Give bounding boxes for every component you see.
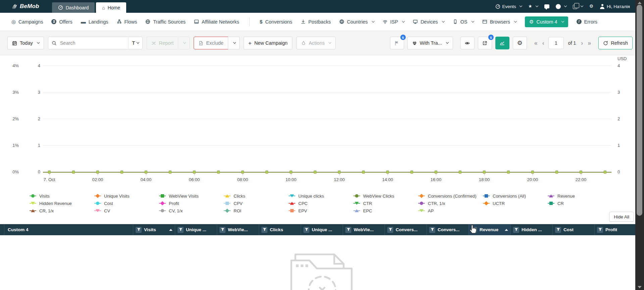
table-column-header-convers[interactable]: Convers... [385,224,427,235]
actions-button[interactable]: Actions [296,37,336,49]
table-column-header-unique[interactable]: Unique ... [175,224,217,235]
legend-item[interactable]: Unique Visits [94,194,159,199]
legend-item[interactable]: UCTR [483,201,548,206]
report-button[interactable]: Report [147,37,179,49]
nav-item-isp[interactable]: ISP [383,19,404,25]
filter-funnel-icon[interactable] [345,227,351,233]
legend-item[interactable]: CTR [353,201,418,206]
legend-item[interactable]: Conversions (All) [483,194,548,199]
search-type-selector[interactable]: T [128,37,142,49]
table-column-header-webvie[interactable]: WebVie... [217,224,259,235]
flag-filter-button[interactable]: $ [390,37,404,49]
window-tab-dashboard[interactable]: Dashboard [52,2,95,13]
legend-item[interactable]: Profit [159,201,224,206]
window-tab-home[interactable]: ⌂Home [96,2,126,13]
report-dropdown-button[interactable] [178,37,190,49]
topbar-user-button[interactable]: Hi, Наталія [600,4,630,9]
legend-item[interactable]: ROI [224,208,289,213]
chart-toggle-button[interactable] [495,37,509,49]
table-column-header-hidden[interactable]: Hidden ... [511,224,553,235]
topbar-help-button[interactable] [556,4,566,9]
filter-funnel-icon[interactable] [178,227,184,233]
nav-item-devices[interactable]: Devices [413,19,444,25]
page-number-input[interactable] [548,37,564,49]
legend-item[interactable]: CV [94,208,159,213]
nav-item-conversions[interactable]: $Conversions [260,19,292,25]
table-column-header-unique[interactable]: Unique ... [301,224,343,235]
filter-funnel-icon[interactable] [513,227,519,233]
table-column-header-profit[interactable]: Profit [595,224,637,235]
filter-funnel-icon[interactable] [261,227,267,233]
topbar-settings-button[interactable]: ⚙ [589,4,593,9]
legend-item[interactable]: Hidden Revenue [30,201,94,206]
next-page-button[interactable]: › [580,40,584,46]
legend-item[interactable]: CR, 1/x [30,208,94,213]
refresh-button[interactable]: Refresh [598,37,633,49]
legend-item[interactable]: CV, 1/x [159,208,224,213]
filter-funnel-icon[interactable] [136,227,142,233]
topbar-favorites-button[interactable]: ★ [528,4,538,9]
legend-item[interactable]: WebView Clicks [353,194,418,199]
topbar-events-button[interactable]: Events [495,4,522,9]
filter-funnel-icon[interactable] [303,227,309,233]
scrollbar-thumb[interactable] [637,5,642,216]
nav-item-campaigns[interactable]: ◎Campaigns [11,19,43,25]
legend-item[interactable]: EPV [289,208,353,213]
filter-funnel-icon[interactable] [471,227,477,233]
legend-item[interactable]: CR [548,201,612,206]
legend-item[interactable]: Clicks [224,194,289,199]
filter-funnel-icon[interactable] [597,227,603,233]
legend-item[interactable]: Cost [94,201,159,206]
nav-item-countries[interactable]: Countries [339,19,374,25]
table-column-header-convers[interactable]: Convers... [427,224,469,235]
table-group-column-header[interactable]: Custom 4 [4,224,133,235]
legend-item[interactable]: CTR, 1/x [418,201,483,206]
legend-item[interactable]: Conversions (Confirmed) [418,194,483,199]
legend-item[interactable]: Revenue [548,194,612,199]
legend-item[interactable]: Unique clicks [289,194,353,199]
column-settings-button[interactable]: ⚙ [513,37,527,49]
nav-item-traffic-sources[interactable]: Traffic Sources [145,19,186,25]
filter-funnel-icon[interactable] [387,227,393,233]
share-button[interactable]: $ [478,37,492,49]
prev-page-button[interactable]: ‹ [542,40,545,46]
table-column-header-webvie[interactable]: WebVie... [343,224,385,235]
scrollbar-up-arrow[interactable] [638,2,642,4]
topbar-chat-button[interactable] [544,4,549,8]
legend-item[interactable]: EPC [353,208,418,213]
nav-item-browsers[interactable]: Browsers [482,19,516,25]
nav-item-affiliate-networks[interactable]: Affiliate Networks [194,19,239,25]
topbar-library-button[interactable] [573,4,583,9]
last-page-button[interactable]: » [587,40,592,46]
nav-item-errors[interactable]: Errors [577,19,597,25]
nav-item-offers[interactable]: Offers [51,19,72,25]
exclude-dropdown-button[interactable] [228,37,240,49]
table-column-header-visits[interactable]: Visits [133,224,175,235]
legend-item[interactable]: CPC [289,201,353,206]
nav-item-custom-4[interactable]: ⚙Custom 4 [525,16,568,27]
legend-item[interactable]: AP [418,208,483,213]
traffic-filter-dropdown[interactable]: With Tra... [407,37,453,49]
visibility-button[interactable] [460,37,475,49]
nav-item-postbacks[interactable]: Postbacks [301,19,331,25]
table-column-header-cost[interactable]: Cost [553,224,595,235]
nav-item-landings[interactable]: ▬Landings [81,19,108,25]
hide-all-button[interactable]: Hide All [609,212,634,222]
nav-item-flows[interactable]: Flows [117,19,137,25]
filter-funnel-icon[interactable] [219,227,226,233]
filter-funnel-icon[interactable] [555,227,561,233]
legend-item[interactable]: WebView Visits [159,194,224,199]
first-page-button[interactable]: « [534,40,538,46]
nav-item-os[interactable]: OS [453,19,474,25]
filter-funnel-icon[interactable] [429,227,435,233]
scrollbar-down-arrow[interactable] [638,286,642,288]
table-column-header-clicks[interactable]: Clicks [259,224,301,235]
table-column-header-revenue[interactable]: Revenue [469,224,511,235]
legend-item[interactable]: CPV [224,201,289,206]
exclude-button[interactable]: Exclude [194,37,228,49]
search-input[interactable] [59,40,129,46]
legend-item[interactable]: Visits [30,194,94,199]
date-range-button[interactable]: Today [7,37,44,49]
new-campaign-button[interactable]: + New Campaign [244,37,292,49]
app-logo[interactable]: BeMob [11,0,39,13]
